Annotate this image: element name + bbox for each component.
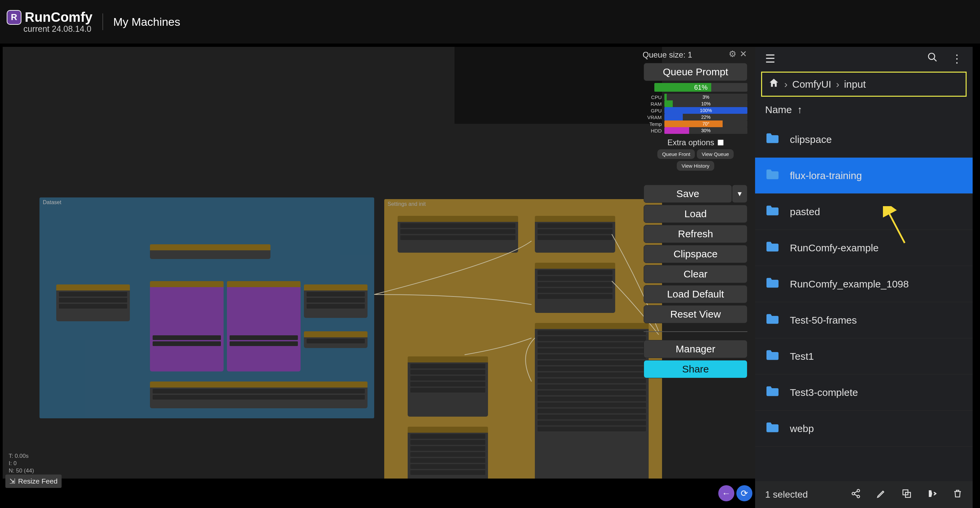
clear-button[interactable]: Clear	[644, 265, 748, 283]
folder-icon	[765, 205, 780, 219]
sys-bar: 22%	[664, 114, 748, 121]
chevron-right-icon: ›	[836, 79, 839, 90]
folder-item[interactable]: pasted	[755, 194, 973, 230]
node[interactable]	[150, 281, 224, 371]
gear-icon[interactable]: ⚙	[729, 49, 737, 59]
canvas-dark-region	[455, 47, 662, 124]
back-button[interactable]: ←	[718, 485, 734, 501]
node[interactable]	[150, 381, 368, 408]
edit-icon[interactable]	[876, 488, 886, 501]
sys-bar: 10%	[664, 100, 748, 107]
file-panel-bottom-bar: 1 selected	[755, 481, 973, 508]
node[interactable]	[535, 323, 649, 479]
sys-label: VRAM	[644, 114, 662, 120]
node[interactable]	[408, 427, 488, 479]
sys-row-ram: RAM10%	[644, 100, 748, 107]
share-icon[interactable]	[851, 488, 861, 501]
close-icon[interactable]: ✕	[740, 49, 747, 59]
clipspace-button[interactable]: Clipspace	[644, 245, 748, 263]
folder-icon	[765, 168, 780, 183]
queue-front-button[interactable]: Queue Front	[657, 149, 695, 159]
folder-name: pasted	[790, 206, 820, 217]
sys-row-temp: Temp70°	[644, 121, 748, 127]
folder-name: Test-50-frames	[790, 314, 857, 326]
view-queue-button[interactable]: View Queue	[697, 149, 733, 159]
column-header-name[interactable]: Name ↑	[755, 98, 973, 121]
sys-bar: 3%	[664, 94, 748, 100]
search-icon[interactable]	[927, 52, 938, 65]
sys-bar: 30%	[664, 127, 748, 134]
sys-label: CPU	[644, 94, 662, 100]
version-text: current 24.08.14.0	[24, 24, 92, 34]
file-browser-panel: ☰ ⋮ › ComfyUI › input Name ↑ clipspacefl…	[755, 47, 973, 508]
folder-icon	[765, 313, 780, 327]
reset-view-button[interactable]: Reset View	[644, 305, 748, 323]
sys-row-vram: VRAM22%	[644, 114, 748, 121]
node[interactable]	[398, 216, 518, 252]
load-button[interactable]: Load	[644, 205, 748, 223]
name-header-label: Name	[765, 104, 792, 116]
svg-point-4	[857, 495, 860, 498]
folder-item[interactable]: Test1	[755, 338, 973, 375]
resize-feed-button[interactable]: ⇲ Resize Feed	[5, 475, 62, 488]
group-settings[interactable]: Settings and init	[384, 199, 662, 479]
menu-icon[interactable]: ☰	[765, 52, 775, 65]
folder-item[interactable]: RunComfy_example_1098	[755, 266, 973, 302]
sys-row-cpu: CPU3%	[644, 94, 748, 100]
resize-icon: ⇲	[10, 477, 15, 485]
node[interactable]	[150, 244, 270, 259]
copy-icon[interactable]	[902, 488, 912, 501]
svg-point-3	[852, 492, 855, 495]
node[interactable]	[227, 281, 301, 371]
queue-prompt-button[interactable]: Queue Prompt	[644, 63, 748, 81]
extra-options-checkbox[interactable]	[718, 140, 724, 146]
sys-label: Temp	[644, 121, 662, 127]
folder-item[interactable]: webp	[755, 411, 973, 447]
folder-item[interactable]: Test-50-frames	[755, 302, 973, 338]
sys-row-gpu: GPU100%	[644, 107, 748, 114]
group-dataset[interactable]: Dataset	[40, 197, 374, 418]
node[interactable]	[535, 216, 615, 252]
view-history-button[interactable]: View History	[677, 161, 714, 171]
refresh-circle-button[interactable]: ⟳	[737, 485, 752, 501]
node[interactable]	[304, 331, 368, 348]
folder-icon	[765, 349, 780, 364]
manager-button[interactable]: Manager	[644, 340, 748, 358]
move-icon[interactable]	[927, 488, 937, 501]
canvas-stats: T: 0.00s I: 0 N: 50 (44)	[9, 452, 34, 475]
selected-count: 1 selected	[765, 489, 808, 500]
folder-name: Test1	[790, 351, 814, 362]
node[interactable]	[304, 284, 368, 318]
breadcrumb[interactable]: › ComfyUI › input	[761, 71, 967, 97]
nav-my-machines[interactable]: My Machines	[113, 15, 180, 29]
home-icon[interactable]	[768, 77, 780, 91]
sys-row-hdd: HDD30%	[644, 127, 748, 134]
delete-icon[interactable]	[953, 488, 963, 501]
sys-label: HDD	[644, 128, 662, 133]
folder-item[interactable]: flux-lora-training	[755, 158, 973, 194]
more-icon[interactable]: ⋮	[951, 52, 963, 65]
node[interactable]	[408, 356, 488, 417]
folder-name: Test3-complete	[790, 387, 858, 398]
stat-i: I: 0	[9, 460, 34, 467]
folder-icon	[765, 132, 780, 146]
breadcrumb-item-0[interactable]: ComfyUI	[792, 79, 831, 90]
refresh-button[interactable]: Refresh	[644, 225, 748, 243]
sort-asc-icon: ↑	[797, 104, 802, 116]
save-button[interactable]: Save	[644, 185, 732, 203]
node[interactable]	[535, 263, 615, 313]
group-dataset-label: Dataset	[43, 200, 61, 205]
folder-item[interactable]: clipspace	[755, 121, 973, 158]
share-button[interactable]: Share	[644, 360, 748, 378]
save-dropdown[interactable]: ▼	[732, 185, 748, 203]
stat-time: T: 0.00s	[9, 452, 34, 460]
folder-item[interactable]: Test3-complete	[755, 375, 973, 411]
folder-item[interactable]: RunComfy-example	[755, 230, 973, 266]
sys-value: 70°	[664, 121, 748, 127]
breadcrumb-item-1[interactable]: input	[844, 79, 866, 90]
divider	[644, 331, 748, 332]
load-default-button[interactable]: Load Default	[644, 285, 748, 303]
svg-line-6	[854, 494, 858, 495]
file-panel-top: ☰ ⋮	[755, 47, 973, 70]
node[interactable]	[56, 284, 130, 321]
